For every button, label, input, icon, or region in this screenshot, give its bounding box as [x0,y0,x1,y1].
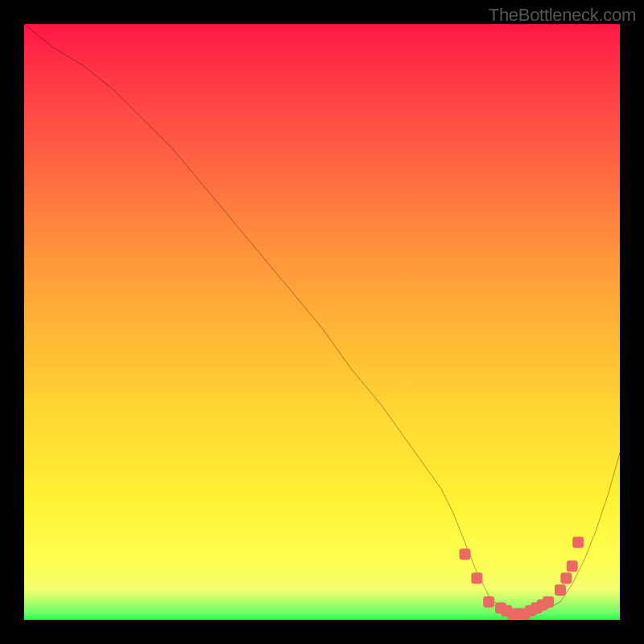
marker-dot [460,549,471,560]
marker-dot [471,572,482,584]
bottleneck-curve [24,24,620,614]
optimal-zone-dots [460,537,584,620]
marker-dot [483,597,494,608]
watermark-text: TheBottleneck.com [489,5,636,26]
chart-frame: TheBottleneck.com [0,0,644,644]
marker-dot [560,572,572,584]
plot-area [24,24,620,620]
marker-dot [567,560,578,572]
marker-dot [572,537,584,548]
marker-dot [543,597,554,608]
curve-overlay [24,24,620,620]
marker-dot [555,584,566,596]
